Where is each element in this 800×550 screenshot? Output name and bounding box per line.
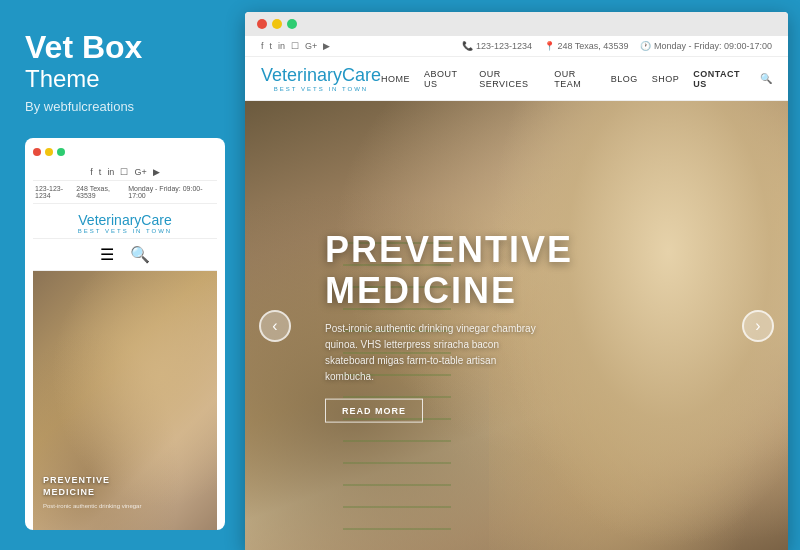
hero-description: Post-ironic authentic drinking vinegar c… — [325, 321, 545, 385]
browser-dots — [257, 19, 297, 29]
topbar-in-icon: in — [278, 41, 285, 51]
topbar-info: 📞 123-123-1234 📍 248 Texas, 43539 🕐 Mond… — [462, 41, 772, 51]
brand-subtitle: Theme — [25, 65, 225, 93]
dot-green — [57, 148, 65, 156]
mobile-hours: Monday - Friday: 09:00-17:00 — [128, 185, 215, 199]
logo-main: Veterinary — [261, 65, 342, 85]
nav-blog[interactable]: BLOG — [611, 74, 638, 84]
topbar-tw-icon: t — [270, 41, 273, 51]
mobile-phone: 123-123-1234 — [35, 185, 76, 199]
mobile-info-bar: 123-123-1234 248 Texas, 43539 Monday - F… — [33, 181, 217, 204]
mobile-card-dots — [33, 148, 217, 156]
prev-icon: ‹ — [272, 317, 277, 335]
dot-red — [33, 148, 41, 156]
mobile-hamburger-icon[interactable]: ☰ — [100, 245, 114, 264]
mobile-hero-desc: Post-ironic authentic drinking vinegar — [43, 502, 207, 510]
mobile-hero: PREVENTIVE MEDICINE Post-ironic authenti… — [33, 271, 217, 530]
topbar-phone: 📞 123-123-1234 — [462, 41, 532, 51]
nav-home[interactable]: HOME — [381, 74, 410, 84]
topbar-yt-icon: ▶ — [323, 41, 330, 51]
hero-next-button[interactable]: › — [742, 310, 774, 342]
hero-prev-button[interactable]: ‹ — [259, 310, 291, 342]
in-icon: in — [107, 167, 114, 177]
nav-team[interactable]: OUR TEAM — [554, 69, 596, 89]
mobile-logo-main: Veterinary — [78, 212, 141, 228]
site-logo-container: VeterinaryCare BEST VETS IN TOWN — [261, 65, 381, 92]
search-icon[interactable]: 🔍 — [760, 73, 773, 84]
nav-about[interactable]: ABOUT US — [424, 69, 465, 89]
site-header: VeterinaryCare BEST VETS IN TOWN HOME AB… — [245, 57, 788, 101]
nav-shop[interactable]: SHOP — [652, 74, 680, 84]
mobile-logo-area: VeterinaryCare BEST VETS IN TOWN — [33, 204, 217, 239]
browser-dot-yellow[interactable] — [272, 19, 282, 29]
fb-icon: f — [90, 167, 93, 177]
tw-icon: t — [99, 167, 102, 177]
hero-read-more-button[interactable]: READ MORE — [325, 399, 423, 423]
mobile-address: 248 Texas, 43539 — [76, 185, 128, 199]
topbar-address: 📍 248 Texas, 43539 — [544, 41, 628, 51]
topbar-gp-icon: G+ — [305, 41, 317, 51]
site-hero: ‹ › PREVENTIVE MEDICINE Post-ironic auth… — [245, 101, 788, 550]
nav-services[interactable]: OUR SERVICES — [479, 69, 540, 89]
desktop-browser-mockup: f t in ☐ G+ ▶ 📞 123-123-1234 📍 248 Texas… — [245, 12, 788, 550]
browser-content: f t in ☐ G+ ▶ 📞 123-123-1234 📍 248 Texas… — [245, 36, 788, 550]
site-nav: HOME ABOUT US OUR SERVICES OUR TEAM BLOG… — [381, 69, 772, 89]
mobile-nav-bar: ☰ 🔍 — [33, 239, 217, 271]
brand-title: Vet Box — [25, 30, 225, 65]
left-panel: Vet Box Theme By webfulcreations f t in … — [0, 0, 245, 550]
ig-icon: ☐ — [120, 167, 128, 177]
mobile-hero-title: PREVENTIVE MEDICINE — [43, 475, 207, 498]
topbar-fb-icon: f — [261, 41, 264, 51]
hero-content: PREVENTIVE MEDICINE Post-ironic authenti… — [325, 228, 573, 423]
mobile-search-icon[interactable]: 🔍 — [130, 245, 150, 264]
dot-yellow — [45, 148, 53, 156]
brand-author: By webfulcreations — [25, 99, 225, 114]
browser-dot-green[interactable] — [287, 19, 297, 29]
browser-bar — [245, 12, 788, 36]
topbar-hours: 🕐 Monday - Friday: 09:00-17:00 — [640, 41, 772, 51]
topbar-social: f t in ☐ G+ ▶ — [261, 41, 330, 51]
logo-accent: Care — [342, 65, 381, 85]
hero-title: PREVENTIVE MEDICINE — [325, 228, 573, 311]
browser-dot-red[interactable] — [257, 19, 267, 29]
gp-icon: G+ — [134, 167, 146, 177]
nav-contact[interactable]: CONTACT US — [693, 69, 745, 89]
logo-tagline: BEST VETS IN TOWN — [261, 86, 381, 92]
hero-title-line1: PREVENTIVE — [325, 228, 573, 269]
site-logo: VeterinaryCare — [261, 65, 381, 86]
mobile-hero-overlay: PREVENTIVE MEDICINE Post-ironic authenti… — [43, 475, 207, 510]
mobile-logo-accent: Care — [141, 212, 171, 228]
mobile-logo-tagline: BEST VETS IN TOWN — [33, 228, 217, 234]
hero-title-line2: MEDICINE — [325, 270, 517, 311]
mobile-preview-card: f t in ☐ G+ ▶ 123-123-1234 248 Texas, 43… — [25, 138, 225, 530]
topbar-ig-icon: ☐ — [291, 41, 299, 51]
mobile-logo-text: VeterinaryCare — [33, 212, 217, 228]
mobile-social-bar: f t in ☐ G+ ▶ — [33, 164, 217, 181]
site-topbar: f t in ☐ G+ ▶ 📞 123-123-1234 📍 248 Texas… — [245, 36, 788, 57]
next-icon: › — [755, 317, 760, 335]
yt-icon: ▶ — [153, 167, 160, 177]
